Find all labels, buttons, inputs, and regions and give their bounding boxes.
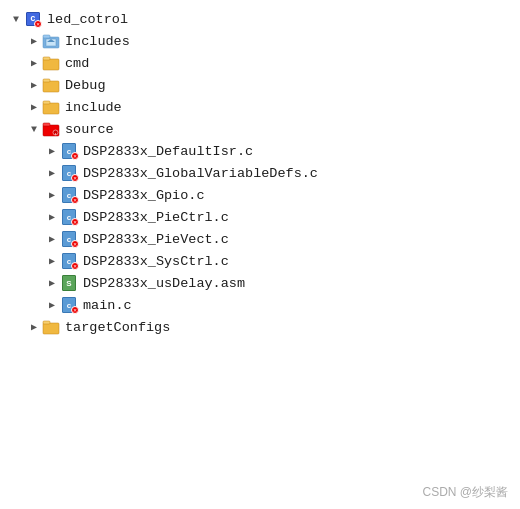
tree-item-main[interactable]: c ✕ main.c	[4, 294, 516, 316]
includes-label: Includes	[65, 34, 130, 49]
c-file-sysctrl-icon: c ✕	[60, 252, 78, 270]
main-label: main.c	[83, 298, 132, 313]
source-label: source	[65, 122, 114, 137]
chevron-targetconfigs	[26, 319, 42, 335]
dsp-sysctrl-label: DSP2833x_SysCtrl.c	[83, 254, 229, 269]
chevron-dsp-piectrl	[44, 209, 60, 225]
tree-item-dsp-pievect[interactable]: c ✕ DSP2833x_PieVect.c	[4, 228, 516, 250]
asm-file-usdelay-icon: S	[60, 274, 78, 292]
tree-item-dsp-usdelay[interactable]: S DSP2833x_usDelay.asm	[4, 272, 516, 294]
tree-item-dsp-defaultisr[interactable]: c ✕ DSP2833x_DefaultIsr.c	[4, 140, 516, 162]
svg-rect-14	[43, 321, 50, 324]
tree-root[interactable]: c ✕ led_cotrol	[4, 8, 516, 30]
debug-label: Debug	[65, 78, 106, 93]
targetconfigs-label: targetConfigs	[65, 320, 170, 335]
svg-rect-4	[43, 57, 50, 60]
targetconfigs-folder-icon	[42, 318, 60, 336]
tree-item-includes[interactable]: Includes	[4, 30, 516, 52]
chevron-dsp-usdelay	[44, 275, 60, 291]
chevron-dsp-sysctrl	[44, 253, 60, 269]
tree-item-include[interactable]: include	[4, 96, 516, 118]
c-file-defaultisr-icon: c ✕	[60, 142, 78, 160]
chevron-dsp-gpio	[44, 187, 60, 203]
tree-item-debug[interactable]: Debug	[4, 74, 516, 96]
chevron-source	[26, 121, 42, 137]
source-folder-icon: !	[42, 120, 60, 138]
dsp-pievect-label: DSP2833x_PieVect.c	[83, 232, 229, 247]
tree-item-dsp-sysctrl[interactable]: c ✕ DSP2833x_SysCtrl.c	[4, 250, 516, 272]
dsp-usdelay-label: DSP2833x_usDelay.asm	[83, 276, 245, 291]
tree-item-source[interactable]: ! source	[4, 118, 516, 140]
include-label: include	[65, 100, 122, 115]
chevron-root	[8, 11, 24, 27]
tree-item-cmd[interactable]: cmd	[4, 52, 516, 74]
svg-rect-8	[43, 101, 50, 104]
tree-item-targetconfigs[interactable]: targetConfigs	[4, 316, 516, 338]
chevron-main	[44, 297, 60, 313]
include-folder-icon	[42, 98, 60, 116]
tree-item-dsp-globalvardefs[interactable]: c ✕ DSP2833x_GlobalVariableDefs.c	[4, 162, 516, 184]
chevron-dsp-defaultisr	[44, 143, 60, 159]
tree-item-dsp-gpio[interactable]: c ✕ DSP2833x_Gpio.c	[4, 184, 516, 206]
svg-rect-10	[43, 123, 50, 126]
cmd-label: cmd	[65, 56, 89, 71]
svg-text:!: !	[54, 132, 56, 136]
watermark: CSDN @纱梨酱	[422, 484, 508, 501]
chevron-cmd	[26, 55, 42, 71]
chevron-includes	[26, 33, 42, 49]
svg-rect-6	[43, 79, 50, 82]
chevron-dsp-globalvardefs	[44, 165, 60, 181]
chevron-dsp-pievect	[44, 231, 60, 247]
svg-rect-13	[43, 323, 59, 334]
chevron-include	[26, 99, 42, 115]
svg-rect-5	[43, 81, 59, 92]
svg-rect-7	[43, 103, 59, 114]
dsp-gpio-label: DSP2833x_Gpio.c	[83, 188, 205, 203]
includes-folder-icon	[42, 32, 60, 50]
tree-item-dsp-piectrl[interactable]: c ✕ DSP2833x_PieCtrl.c	[4, 206, 516, 228]
cmd-folder-icon	[42, 54, 60, 72]
chevron-debug	[26, 77, 42, 93]
dsp-piectrl-label: DSP2833x_PieCtrl.c	[83, 210, 229, 225]
c-file-pievect-icon: c ✕	[60, 230, 78, 248]
debug-folder-icon	[42, 76, 60, 94]
dsp-defaultisr-label: DSP2833x_DefaultIsr.c	[83, 144, 253, 159]
file-tree: c ✕ led_cotrol Includes cmd	[0, 0, 520, 346]
dsp-globalvardefs-label: DSP2833x_GlobalVariableDefs.c	[83, 166, 318, 181]
project-icon: c ✕	[24, 10, 42, 28]
root-label: led_cotrol	[47, 12, 128, 27]
c-file-globalvardefs-icon: c ✕	[60, 164, 78, 182]
c-file-piectrl-icon: c ✕	[60, 208, 78, 226]
c-file-gpio-icon: c ✕	[60, 186, 78, 204]
svg-rect-1	[43, 35, 50, 38]
c-file-main-icon: c ✕	[60, 296, 78, 314]
svg-rect-3	[43, 59, 59, 70]
